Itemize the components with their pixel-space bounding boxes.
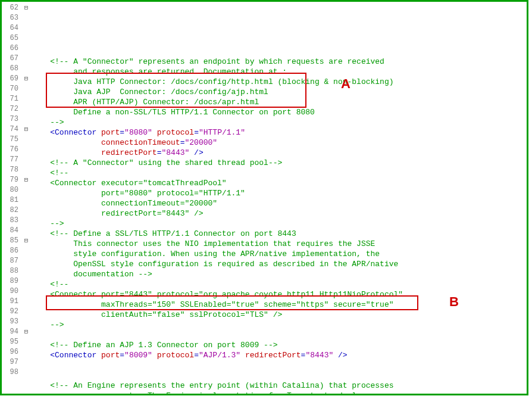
fold-gutter-cell (21, 94, 32, 104)
fold-gutter-cell (21, 216, 32, 226)
line-number: 62 (2, 3, 21, 13)
code-line: --> (32, 320, 527, 330)
fold-gutter-cell (21, 104, 32, 114)
line-number: 80 (2, 185, 21, 195)
code-line: redirectPort="8443" /> (32, 148, 527, 158)
line-number: 70 (2, 84, 21, 94)
fold-gutter-cell (21, 114, 32, 124)
fold-gutter-cell (21, 357, 32, 367)
code-area: 6263646566676869707172737475767778798081… (2, 2, 527, 394)
line-number: 86 (2, 246, 21, 256)
line-number: 95 (2, 337, 21, 347)
code-line: --> (32, 117, 527, 127)
line-number-gutter: 6263646566676869707172737475767778798081… (2, 2, 21, 394)
code-line: OpenSSL style configuration is required … (32, 259, 527, 269)
fold-gutter-cell (21, 165, 32, 175)
fold-toggle-icon[interactable] (21, 74, 32, 84)
code-line: style configuration. When using the APR/… (32, 249, 527, 259)
line-number: 72 (2, 104, 21, 114)
fold-gutter-cell (21, 155, 32, 165)
code-line: <Connector port="8009" protocol="AJP/1.3… (32, 350, 527, 360)
code-line: documentation --> (32, 269, 527, 279)
code-editor-frame: 6263646566676869707172737475767778798081… (0, 0, 528, 395)
code-line: and responses are returned. Documentatio… (32, 67, 527, 77)
fold-gutter-cell (21, 246, 32, 256)
code-line: <Connector port="8080" protocol="HTTP/1.… (32, 127, 527, 138)
fold-gutter-cell (21, 205, 32, 216)
fold-gutter-cell (21, 347, 32, 357)
code-line: <!-- Define a SSL/TLS HTTP/1.1 Connector… (32, 229, 527, 239)
fold-gutter-cell (21, 195, 32, 205)
line-number: 68 (2, 64, 21, 74)
fold-toggle-icon[interactable] (21, 236, 32, 246)
fold-gutter-cell (21, 276, 32, 286)
line-number: 96 (2, 347, 21, 357)
fold-gutter-cell (21, 135, 32, 145)
code-line (32, 360, 527, 370)
line-number: 97 (2, 357, 21, 367)
line-number: 78 (2, 165, 21, 175)
fold-gutter-cell (21, 54, 32, 64)
line-number: 73 (2, 114, 21, 124)
fold-gutter-cell (21, 84, 32, 94)
line-number: 85 (2, 236, 21, 246)
fold-gutter-cell (21, 145, 32, 155)
fold-gutter-cell (21, 43, 32, 54)
line-number: 82 (2, 205, 21, 216)
line-number: 91 (2, 297, 21, 307)
fold-gutter-cell (21, 367, 32, 378)
fold-toggle-icon[interactable] (21, 327, 32, 337)
code-line: <!-- Define an AJP 1.3 Connector on port… (32, 340, 527, 350)
line-number: 88 (2, 266, 21, 276)
code-line: Define a non-SSL/TLS HTTP/1.1 Connector … (32, 107, 527, 117)
code-line: port="8080" protocol="HTTP/1.1" (32, 188, 527, 198)
fold-gutter-cell (21, 185, 32, 195)
line-number: 90 (2, 286, 21, 297)
line-number: 69 (2, 74, 21, 84)
fold-gutter-cell (21, 337, 32, 347)
fold-toggle-icon[interactable] (21, 175, 32, 185)
line-number: 93 (2, 317, 21, 327)
line-number: 63 (2, 13, 21, 23)
fold-toggle-icon[interactable] (21, 3, 32, 13)
label-b: B (449, 294, 459, 310)
code-line (32, 370, 527, 381)
code-line: clientAuth="false" sslProtocol="TLS" /> (32, 310, 527, 320)
code-line: Java HTTP Connector: /docs/config/http.h… (32, 77, 527, 87)
code-line: This connector uses the NIO implementati… (32, 239, 527, 249)
code-line: connectionTimeout="20000" (32, 198, 527, 208)
fold-gutter-cell (21, 226, 32, 236)
code-line: connectionTimeout="20000" (32, 138, 527, 148)
line-number: 66 (2, 43, 21, 54)
line-number: 83 (2, 216, 21, 226)
code-line: Java AJP Connector: /docs/config/ajp.htm… (32, 87, 527, 97)
code-line: <!-- A "Connector" using the shared thre… (32, 158, 527, 168)
line-number: 65 (2, 33, 21, 43)
fold-gutter-cell (21, 286, 32, 297)
code-line (32, 330, 527, 340)
code-line: <!-- (32, 168, 527, 178)
fold-gutter-cell (21, 64, 32, 74)
code-line: --> (32, 219, 527, 229)
code-lines: A B <!-- A "Connector" represents an end… (32, 2, 527, 394)
fold-gutter-cell (21, 256, 32, 266)
line-number: 98 (2, 367, 21, 378)
fold-gutter-cell (21, 23, 32, 33)
line-number: 74 (2, 124, 21, 135)
code-line: APR (HTTP/AJP) Connector: /docs/apr.html (32, 97, 527, 107)
code-line: <Connector executor="tomcatThreadPool" (32, 178, 527, 188)
line-number: 87 (2, 256, 21, 266)
line-number: 92 (2, 307, 21, 317)
fold-gutter-cell (21, 266, 32, 276)
fold-toggle-icon[interactable] (21, 124, 32, 135)
line-number: 67 (2, 54, 21, 64)
code-line: <!-- A "Connector" represents an endpoin… (32, 57, 527, 67)
line-number: 77 (2, 155, 21, 165)
line-number: 84 (2, 226, 21, 236)
fold-gutter-cell (21, 297, 32, 307)
line-number: 81 (2, 195, 21, 205)
fold-gutter-cell (21, 317, 32, 327)
fold-column (21, 2, 32, 394)
line-number: 76 (2, 145, 21, 155)
code-line: <!-- (32, 279, 527, 289)
